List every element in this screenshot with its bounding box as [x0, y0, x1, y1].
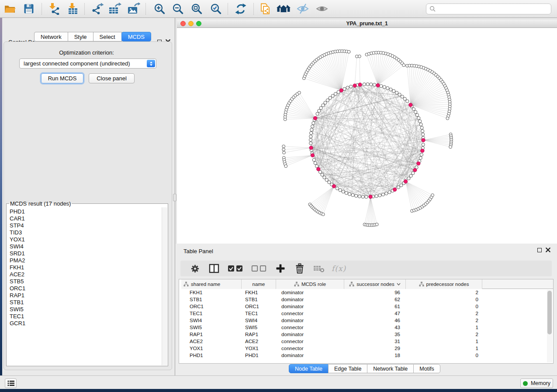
graph-node[interactable]	[381, 193, 384, 196]
graph-leaf-node[interactable]	[283, 151, 286, 154]
network-canvas[interactable]	[177, 28, 557, 244]
tab-node-table[interactable]: Node Table	[289, 364, 329, 373]
graph-node[interactable]	[322, 104, 325, 107]
graph-leaf-node[interactable]	[282, 148, 285, 151]
graph-node[interactable]	[339, 189, 342, 192]
close-panel-icon[interactable]	[546, 248, 550, 252]
zoom-fit-icon[interactable]	[189, 1, 204, 16]
deselect-all-icon[interactable]	[250, 262, 268, 275]
graph-node[interactable]	[312, 122, 315, 125]
graph-leaf-node[interactable]	[282, 145, 285, 148]
graph-leaf-node[interactable]	[402, 64, 405, 67]
graph-node[interactable]	[343, 87, 346, 90]
table-row[interactable]: ORC1ORC1dominator610	[181, 303, 553, 310]
tab-motifs[interactable]: Motifs	[413, 364, 440, 373]
mcds-result-item[interactable]: SRD1	[10, 250, 162, 257]
graph-node[interactable]	[309, 138, 312, 141]
graph-node[interactable]	[380, 85, 383, 88]
graph-node[interactable]	[383, 86, 386, 89]
graph-node[interactable]	[351, 193, 354, 196]
graph-node[interactable]	[311, 125, 314, 128]
column-header-successor-nodes[interactable]: successor nodes	[344, 279, 406, 289]
graph-node[interactable]	[361, 195, 364, 198]
graph-node[interactable]	[349, 85, 353, 88]
graph-hub-node[interactable]	[332, 184, 336, 188]
graph-node[interactable]	[321, 173, 324, 176]
graph-node[interactable]	[386, 86, 389, 89]
graph-node[interactable]	[421, 130, 424, 133]
graph-node[interactable]	[417, 117, 420, 120]
graph-node[interactable]	[392, 89, 395, 93]
graph-node[interactable]	[370, 83, 373, 86]
first-neighbors-icon[interactable]	[276, 1, 291, 16]
mcds-result-item[interactable]: FKH1	[10, 264, 162, 271]
graph-node[interactable]	[401, 95, 404, 98]
tab-network[interactable]: Network	[34, 32, 68, 41]
graph-node[interactable]	[385, 192, 388, 195]
graph-node[interactable]	[419, 156, 422, 159]
graph-node[interactable]	[419, 123, 422, 126]
graph-node[interactable]	[345, 192, 348, 195]
mcds-result-item[interactable]: STB1	[10, 299, 162, 306]
tab-edge-table[interactable]: Edge Table	[328, 364, 367, 373]
run-mcds-button[interactable]: Run MCDS	[41, 73, 83, 83]
graph-node[interactable]	[397, 186, 400, 189]
graph-node[interactable]	[412, 172, 415, 175]
split-panel-icon[interactable]	[208, 262, 221, 275]
graph-hub-node[interactable]	[422, 138, 425, 142]
column-header-predecessor-nodes[interactable]: predecessor nodes	[406, 279, 482, 289]
graph-hub-node[interactable]	[369, 195, 372, 199]
float-panel-icon[interactable]	[537, 248, 542, 252]
graph-leaf-node[interactable]	[284, 165, 287, 168]
graph-node[interactable]	[329, 96, 332, 100]
tab-mcds[interactable]: MCDS	[121, 32, 151, 41]
graph-node[interactable]	[314, 162, 317, 165]
mcds-result-item[interactable]: CAR1	[10, 215, 162, 222]
graph-leaf-node[interactable]	[446, 117, 449, 120]
graph-node[interactable]	[420, 153, 423, 156]
graph-hub-node[interactable]	[339, 89, 343, 92]
graph-node[interactable]	[342, 190, 345, 193]
graph-hub-node[interactable]	[353, 84, 356, 87]
table-scrollbar-thumb[interactable]	[547, 291, 552, 334]
graph-node[interactable]	[375, 195, 378, 198]
graph-node[interactable]	[403, 97, 406, 100]
graph-leaf-node[interactable]	[322, 213, 325, 216]
graph-node[interactable]	[398, 93, 401, 96]
graph-node[interactable]	[310, 128, 313, 131]
search-input[interactable]	[438, 6, 551, 13]
export-image-icon[interactable]	[126, 1, 142, 16]
graph-node[interactable]	[309, 142, 312, 145]
graph-node[interactable]	[328, 181, 331, 184]
graph-node[interactable]	[355, 194, 358, 197]
graph-hub-node[interactable]	[376, 83, 380, 87]
export-table-icon[interactable]	[107, 1, 123, 16]
graph-node[interactable]	[323, 176, 326, 179]
graph-node[interactable]	[407, 177, 410, 180]
graph-hub-node[interactable]	[309, 146, 313, 149]
graph-hub-node[interactable]	[417, 162, 420, 165]
search-field[interactable]	[426, 3, 551, 14]
table-row[interactable]: SWI4SWI4dominator462	[181, 317, 553, 324]
import-table-icon[interactable]	[65, 1, 81, 16]
graph-node[interactable]	[346, 86, 349, 89]
graph-node[interactable]	[309, 135, 312, 138]
table-row[interactable]: SWI5SWI5connector431	[181, 324, 553, 331]
graph-hub-node[interactable]	[313, 117, 317, 120]
select-all-icon[interactable]	[227, 262, 244, 275]
mcds-result-item[interactable]: ORC1	[10, 285, 162, 292]
column-header-mcds-role[interactable]: MCDS role	[276, 279, 344, 289]
network-window-titlebar[interactable]: YPA_prune.txt_1	[177, 20, 557, 28]
graph-node[interactable]	[326, 99, 329, 102]
graph-node[interactable]	[331, 94, 334, 97]
graph-node[interactable]	[363, 83, 366, 86]
graph-node[interactable]	[373, 83, 376, 86]
tab-network-table[interactable]: Network Table	[367, 364, 414, 373]
export-network-icon[interactable]	[90, 1, 105, 16]
tab-select[interactable]: Select	[93, 32, 122, 41]
table-row[interactable]: YOX1YOX1connector291	[181, 345, 553, 352]
graph-node[interactable]	[324, 101, 327, 104]
mcds-result-item[interactable]: SWI5	[10, 306, 162, 313]
graph-node[interactable]	[388, 191, 391, 194]
graph-node[interactable]	[412, 107, 415, 110]
